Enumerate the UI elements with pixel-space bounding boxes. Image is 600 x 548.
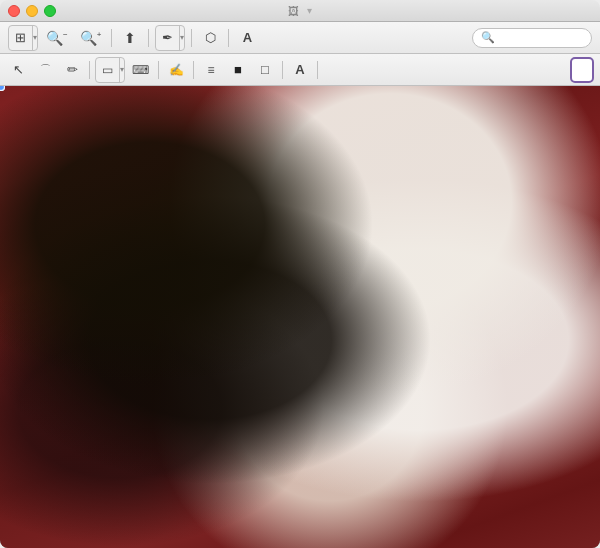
search-box[interactable]: 🔍 bbox=[472, 28, 592, 48]
window-title: 🖼 ▾ bbox=[288, 5, 312, 17]
pencil-button[interactable]: ✏ bbox=[60, 58, 84, 82]
file-icon: 🖼 bbox=[288, 5, 299, 17]
toolbar2-sep-3 bbox=[193, 61, 194, 79]
canvas-area bbox=[0, 86, 600, 548]
share-icon: ⬆ bbox=[124, 30, 136, 46]
toolbar-separator-2 bbox=[148, 29, 149, 47]
select-icon: ↖ bbox=[13, 62, 24, 77]
toolbar-separator-3 bbox=[191, 29, 192, 47]
pen-tool-group: ✒ ▾ bbox=[155, 25, 185, 51]
pen-tool-button[interactable]: ✒ bbox=[156, 26, 180, 50]
color-button[interactable]: ■ bbox=[226, 58, 250, 82]
font-icon: A bbox=[295, 62, 304, 77]
zoom-in-icon: 🔍+ bbox=[80, 30, 102, 46]
title-bar: 🖼 ▾ bbox=[0, 0, 600, 22]
maximize-button[interactable] bbox=[44, 5, 56, 17]
lines-button[interactable]: ≡ bbox=[199, 58, 223, 82]
traffic-lights bbox=[8, 5, 56, 17]
select-tool-button[interactable]: ↖ bbox=[6, 58, 30, 82]
freeform-icon: ⌒ bbox=[40, 62, 51, 77]
view-dropdown-arrow: ▾ bbox=[33, 33, 37, 42]
sidebar-icon: ⊞ bbox=[15, 30, 26, 45]
sign-button[interactable]: ✍ bbox=[164, 58, 188, 82]
border-icon: □ bbox=[261, 62, 269, 77]
crop-button[interactable] bbox=[570, 57, 594, 83]
sign-icon: ✍ bbox=[169, 63, 184, 77]
toolbar-primary: ⊞ ▾ 🔍− 🔍+ ⬆ ✒ ▾ ⬡ A 🔍 bbox=[0, 22, 600, 54]
stamp-button[interactable]: ⬡ bbox=[198, 26, 222, 50]
annotate-button[interactable]: A bbox=[235, 26, 259, 50]
sidebar-toggle-button[interactable]: ⊞ bbox=[9, 26, 33, 50]
toolbar-separator-1 bbox=[111, 29, 112, 47]
toolbar-separator-4 bbox=[228, 29, 229, 47]
close-button[interactable] bbox=[8, 5, 20, 17]
lines-icon: ≡ bbox=[207, 63, 214, 77]
toolbar2-sep-1 bbox=[89, 61, 90, 79]
text-icon: ⌨ bbox=[132, 63, 149, 77]
toolbar2-sep-4 bbox=[282, 61, 283, 79]
border-button[interactable]: □ bbox=[253, 58, 277, 82]
pen-dropdown-arrow: ▾ bbox=[180, 33, 184, 42]
toolbar2-sep-5 bbox=[317, 61, 318, 79]
shape-tool-group: ▭ ▾ bbox=[95, 57, 125, 83]
photo-background bbox=[0, 86, 600, 548]
text-tool-button[interactable]: ⌨ bbox=[128, 58, 153, 82]
view-toggle-group: ⊞ ▾ bbox=[8, 25, 38, 51]
shape-icon: ▭ bbox=[102, 63, 113, 77]
shape-tool-button[interactable]: ▭ bbox=[96, 58, 120, 82]
search-icon: 🔍 bbox=[481, 31, 495, 44]
color-icon: ■ bbox=[234, 62, 242, 77]
font-button[interactable]: A bbox=[288, 58, 312, 82]
zoom-out-icon: 🔍− bbox=[46, 30, 68, 46]
toolbar-secondary: ↖ ⌒ ✏ ▭ ▾ ⌨ ✍ ≡ ■ □ A bbox=[0, 54, 600, 86]
share-button[interactable]: ⬆ bbox=[118, 26, 142, 50]
pen-icon: ✒ bbox=[162, 30, 173, 45]
pencil-icon: ✏ bbox=[67, 62, 78, 77]
zoom-out-button[interactable]: 🔍− bbox=[42, 26, 72, 50]
freeform-select-button[interactable]: ⌒ bbox=[33, 58, 57, 82]
minimize-button[interactable] bbox=[26, 5, 38, 17]
annotate-icon: A bbox=[243, 30, 252, 45]
crop-selection-box[interactable] bbox=[0, 86, 2, 88]
shape-dropdown-arrow: ▾ bbox=[120, 65, 124, 74]
zoom-in-button[interactable]: 🔍+ bbox=[76, 26, 106, 50]
stamp-icon: ⬡ bbox=[205, 30, 216, 45]
toolbar2-sep-2 bbox=[158, 61, 159, 79]
title-chevron: ▾ bbox=[307, 5, 312, 16]
